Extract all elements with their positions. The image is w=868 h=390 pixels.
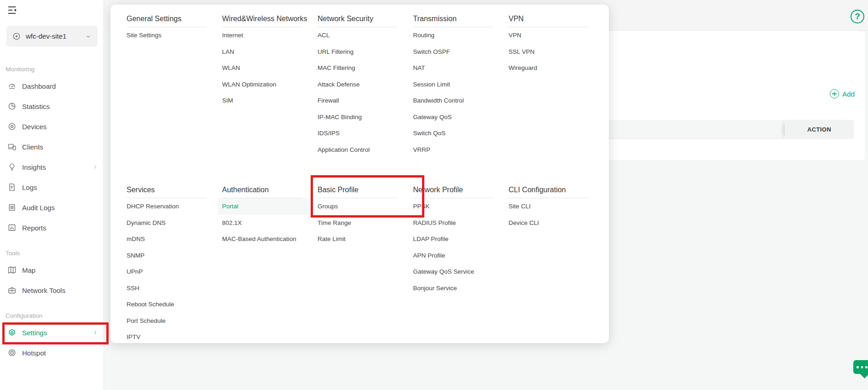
menu-item-portal[interactable]: Portal: [218, 198, 310, 215]
sidebar-item-network-tools[interactable]: Network Tools: [0, 280, 104, 300]
menu-item-apn-profile[interactable]: APN Profile: [413, 247, 493, 264]
sidebar-item-logs[interactable]: Logs: [0, 177, 104, 197]
menu-item-lan[interactable]: LAN: [222, 44, 302, 60]
hotspot-icon: [7, 348, 17, 357]
menu-section-cli-configuration: CLI ConfigurationSite CLIDevice CLI: [509, 184, 589, 231]
menu-section-authentication: AuthenticationPortal802.1XMAC-Based Auth…: [222, 184, 302, 247]
sidebar-nav: MonitoringDashboardStatisticsDevicesClie…: [0, 46, 104, 363]
audit-logs-icon: [7, 203, 17, 212]
site-name: wfc-dev-site1: [26, 32, 80, 40]
sidebar-item-settings[interactable]: Settings: [0, 322, 104, 343]
menu-item-site-cli[interactable]: Site CLI: [509, 198, 589, 215]
menu-item-vpn[interactable]: VPN: [509, 27, 589, 44]
sidebar-item-clients[interactable]: Clients: [0, 137, 104, 157]
sidebar-section-label: Monitoring: [0, 63, 104, 76]
sidebar-item-audit-logs[interactable]: Audit Logs: [0, 197, 104, 218]
chevron-right-icon: [92, 164, 98, 170]
menu-section-network-security: Network SecurityACLURL FilteringMAC Filt…: [318, 13, 398, 158]
menu-section-title: Network Security: [318, 13, 398, 24]
menu-item-radius-profile[interactable]: RADIUS Profile: [413, 215, 493, 231]
reports-icon: [7, 223, 17, 232]
menu-item-reboot-schedule[interactable]: Reboot Schedule: [127, 296, 207, 313]
statistics-icon: [7, 102, 17, 111]
menu-item-dhcp-reservation[interactable]: DHCP Reservation: [127, 198, 207, 215]
menu-item-sim[interactable]: SIM: [222, 92, 302, 109]
add-button[interactable]: Add: [830, 89, 855, 98]
menu-item-dynamic-dns[interactable]: Dynamic DNS: [127, 215, 207, 231]
menu-item-snmp[interactable]: SNMP: [127, 247, 207, 264]
menu-item-802-1x[interactable]: 802.1X: [222, 215, 302, 231]
menu-item-groups[interactable]: Groups: [318, 198, 398, 215]
menu-section-basic-profile: Basic ProfileGroupsTime RangeRate Limit: [318, 184, 398, 247]
menu-item-mdns[interactable]: mDNS: [127, 231, 207, 247]
menu-item-switch-qos[interactable]: Switch QoS: [413, 125, 493, 142]
menu-item-gateway-qos-service[interactable]: Gateway QoS Service: [413, 264, 493, 280]
menu-item-internet[interactable]: Internet: [222, 27, 302, 44]
menu-section-vpn: VPNVPNSSL VPNWireguard: [509, 13, 589, 76]
menu-item-routing[interactable]: Routing: [413, 27, 493, 44]
sidebar-item-label: Logs: [22, 184, 104, 191]
menu-item-ldap-profile[interactable]: LDAP Profile: [413, 231, 493, 247]
menu-item-mac-filtering[interactable]: MAC Filtering: [318, 60, 398, 76]
menu-item-switch-ospf[interactable]: Switch OSPF: [413, 44, 493, 60]
site-selector[interactable]: wfc-dev-site1: [6, 26, 98, 46]
menu-section-general-settings: General SettingsSite Settings: [127, 13, 207, 44]
sidebar-item-statistics[interactable]: Statistics: [0, 96, 104, 116]
menu-item-device-cli[interactable]: Device CLI: [509, 215, 589, 231]
network-tools-icon: [7, 286, 17, 295]
sidebar-item-insights[interactable]: Insights: [0, 157, 104, 177]
menu-item-application-control[interactable]: Application Control: [318, 142, 398, 158]
sidebar-item-reports[interactable]: Reports: [0, 218, 104, 238]
menu-item-wireguard[interactable]: Wireguard: [509, 60, 589, 76]
chevron-right-icon: [92, 329, 98, 336]
menu-item-ids-ips[interactable]: IDS/IPS: [318, 125, 398, 142]
menu-item-nat[interactable]: NAT: [413, 60, 493, 76]
menu-item-time-range[interactable]: Time Range: [318, 215, 398, 231]
menu-item-site-settings[interactable]: Site Settings: [127, 27, 207, 44]
menu-item-vrrp[interactable]: VRRP: [413, 142, 493, 158]
sidebar-item-devices[interactable]: Devices: [0, 116, 104, 137]
add-icon: [830, 89, 839, 98]
menu-item-mac-based-authentication[interactable]: MAC-Based Authentication: [222, 231, 302, 247]
menu-item-ip-mac-binding[interactable]: IP-MAC Binding: [318, 109, 398, 126]
menu-section-title: CLI Configuration: [509, 184, 589, 195]
menu-item-rate-limit[interactable]: Rate Limit: [318, 231, 398, 247]
menu-item-url-filtering[interactable]: URL Filtering: [318, 44, 398, 60]
collapse-sidebar-icon[interactable]: [6, 5, 17, 16]
menu-section-wired-wireless-networks: Wired&Wireless NetworksInternetLANWLANWL…: [222, 13, 302, 109]
menu-section-network-profile: Network ProfilePPSKRADIUS ProfileLDAP Pr…: [413, 184, 493, 296]
menu-item-iptv[interactable]: IPTV: [127, 329, 207, 345]
menu-item-ssh[interactable]: SSH: [127, 280, 207, 297]
location-icon: [12, 32, 21, 41]
sidebar-item-hotspot[interactable]: Hotspot: [0, 343, 104, 363]
settings-mega-menu: General SettingsSite SettingsWired&Wirel…: [110, 5, 609, 343]
menu-item-upnp[interactable]: UPnP: [127, 264, 207, 280]
menu-section-title: Transmission: [413, 13, 493, 24]
clients-icon: [7, 142, 17, 151]
menu-item-wlan-optimization[interactable]: WLAN Optimization: [222, 76, 302, 93]
menu-item-port-schedule[interactable]: Port Schedule: [127, 313, 207, 329]
menu-section-services: ServicesDHCP ReservationDynamic DNSmDNSS…: [127, 184, 207, 345]
menu-item-wlan[interactable]: WLAN: [222, 60, 302, 76]
menu-item-bonjour-service[interactable]: Bonjour Service: [413, 280, 493, 297]
menu-item-bandwidth-control[interactable]: Bandwidth Control: [413, 92, 493, 109]
sidebar-item-label: Hotspot: [22, 349, 104, 357]
chat-bubble-icon[interactable]: [853, 360, 868, 374]
menu-item-attack-defense[interactable]: Attack Defense: [318, 76, 398, 93]
menu-item-firewall[interactable]: Firewall: [318, 92, 398, 109]
sidebar-item-dashboard[interactable]: Dashboard: [0, 76, 104, 96]
menu-item-acl[interactable]: ACL: [318, 27, 398, 44]
menu-item-session-limit[interactable]: Session Limit: [413, 76, 493, 93]
menu-section-title: Wired&Wireless Networks: [222, 13, 302, 24]
menu-section-title: Basic Profile: [318, 184, 398, 195]
menu-section-title: Services: [127, 184, 207, 195]
menu-item-gateway-qos[interactable]: Gateway QoS: [413, 109, 493, 126]
devices-icon: [7, 122, 17, 131]
gear-icon: [7, 328, 17, 337]
help-icon[interactable]: ?: [851, 10, 864, 23]
menu-item-ppsk[interactable]: PPSK: [413, 198, 493, 215]
menu-item-ssl-vpn[interactable]: SSL VPN: [509, 44, 589, 60]
sidebar-item-map[interactable]: Map: [0, 260, 104, 280]
chat-bubble-dots: [856, 366, 868, 368]
map-icon: [7, 265, 17, 275]
